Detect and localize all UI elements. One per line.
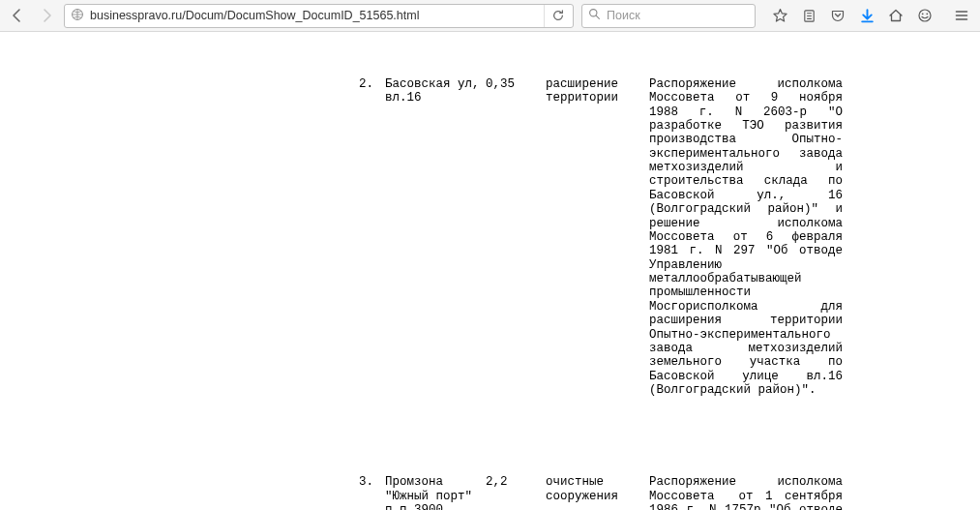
svg-point-4: [922, 13, 924, 15]
row-address: Промзона "Южный порт" п.п.3900: [385, 475, 482, 510]
menu-icon[interactable]: [947, 3, 976, 28]
downloads-icon[interactable]: [852, 3, 881, 28]
search-bar[interactable]: Поиск: [581, 4, 756, 28]
row-number: 2.: [344, 77, 373, 91]
globe-icon: [71, 8, 84, 24]
bookmark-star-icon[interactable]: [765, 3, 794, 28]
forward-button: [33, 3, 60, 28]
table-row: 3. Промзона "Южный порт" п.п.3900 2,2 оч…: [0, 475, 980, 510]
home-icon[interactable]: [881, 3, 910, 28]
url-bar[interactable]: businesspravo.ru/Docum/DocumShow_DocumID…: [64, 4, 574, 28]
reading-list-icon[interactable]: [794, 3, 823, 28]
row-basis: Распоряжение исполкома Моссовета от 1 се…: [649, 475, 843, 510]
table-row: 2. Басовская ул, вл.16 0,35 расширение т…: [0, 77, 980, 398]
page-content[interactable]: 2. Басовская ул, вл.16 0,35 расширение т…: [0, 32, 980, 510]
pocket-icon[interactable]: [823, 3, 852, 28]
svg-point-3: [919, 10, 931, 21]
row-value: 0,35: [486, 77, 534, 91]
toolbar-actions: [765, 3, 976, 28]
document-body: 2. Басовская ул, вл.16 0,35 расширение т…: [0, 32, 980, 510]
smiley-icon[interactable]: [910, 3, 939, 28]
row-value: 2,2: [486, 475, 534, 489]
row-number: 3.: [344, 475, 373, 489]
row-purpose: расширение территории: [546, 77, 638, 105]
svg-point-5: [926, 13, 928, 15]
browser-toolbar: businesspravo.ru/Docum/DocumShow_DocumID…: [0, 0, 980, 32]
search-icon: [588, 8, 601, 23]
search-placeholder: Поиск: [607, 9, 640, 22]
row-address: Басовская ул, вл.16: [385, 77, 482, 105]
row-purpose: очистные сооружения: [546, 475, 638, 503]
back-button[interactable]: [4, 3, 31, 28]
url-text: businesspravo.ru/Docum/DocumShow_DocumID…: [90, 9, 544, 22]
row-basis: Распоряжение исполкома Моссовета от 9 но…: [649, 77, 843, 398]
reload-button[interactable]: [544, 5, 571, 27]
